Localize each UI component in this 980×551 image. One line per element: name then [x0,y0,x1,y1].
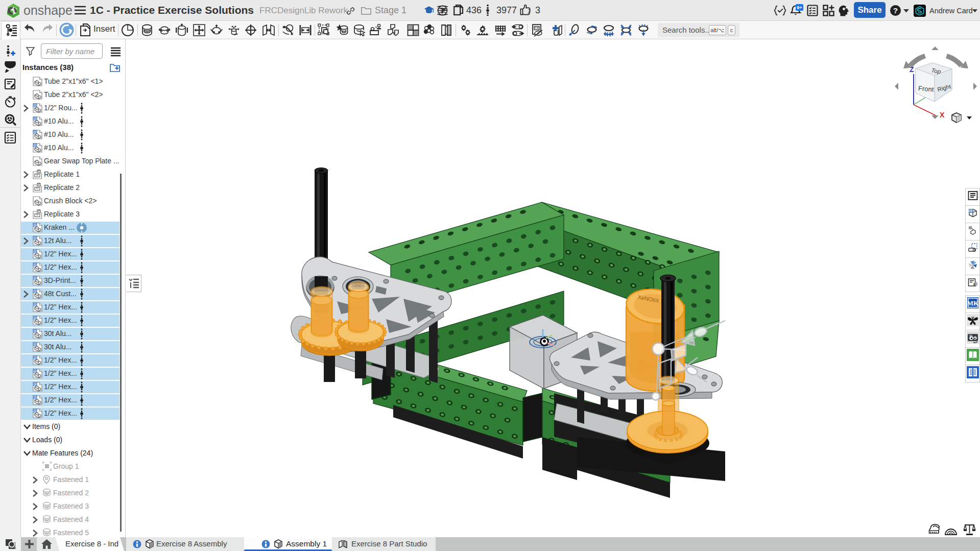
svg-text:X: X [940,111,945,119]
svg-text:x): x) [972,280,977,287]
svg-text:Z: Z [910,65,914,74]
svg-text:MK: MK [967,299,979,307]
svg-text:Front: Front [918,84,935,93]
svg-text:?: ? [893,6,898,15]
svg-text:9+: 9+ [797,5,802,10]
